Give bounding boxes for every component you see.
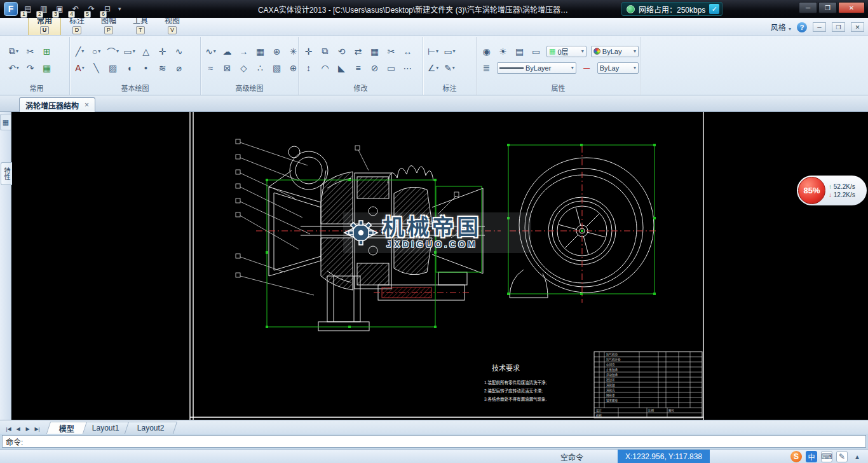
hatch2-icon[interactable]: ▧: [271, 62, 283, 74]
tab-close-icon[interactable]: ×: [85, 100, 89, 109]
stretch-icon[interactable]: ▭: [385, 62, 397, 74]
linewidth-icon[interactable]: ≣: [480, 62, 492, 74]
undo-tool-icon[interactable]: ↶▾: [8, 62, 20, 74]
save-icon[interactable]: ▣3: [54, 3, 65, 15]
doc-minimize-button[interactable]: ─: [813, 22, 826, 32]
cut-icon[interactable]: ✂: [24, 45, 36, 57]
chamfer-icon[interactable]: ◣: [336, 62, 348, 74]
tab-dimension[interactable]: 标注 D: [61, 15, 93, 35]
break-icon[interactable]: ⊘: [369, 62, 381, 74]
center-icon[interactable]: ✛: [156, 45, 168, 57]
ellipse-icon[interactable]: ◖: [123, 62, 135, 74]
line2-icon[interactable]: ╲: [90, 62, 102, 74]
tab-tools[interactable]: 工具 T: [125, 15, 156, 35]
dim-edit-icon[interactable]: ✎▾: [444, 62, 456, 74]
more-icon[interactable]: ⋯: [402, 62, 414, 74]
undo-icon[interactable]: ↶4: [70, 3, 81, 15]
style-dropdown[interactable]: 风格 ▾: [771, 22, 791, 32]
wave-icon[interactable]: ≈: [205, 62, 217, 74]
drawing-canvas[interactable]: 技术要求 1.装配前所有零件用煤油清洗干净; 2.装配后转子应转动灵活无卡滞; …: [11, 112, 868, 420]
document-tab[interactable]: 涡轮增压器结构 ×: [19, 97, 95, 112]
cloud-icon[interactable]: ☁: [221, 45, 233, 57]
copy-icon[interactable]: ⊞: [41, 45, 53, 57]
color-select[interactable]: ByLay ▾: [591, 46, 639, 57]
redo-icon[interactable]: ↷5: [86, 3, 97, 15]
close-button[interactable]: ✕: [838, 2, 865, 13]
equidistant-icon[interactable]: ≋: [156, 62, 168, 74]
last-sheet-icon[interactable]: ▶|: [32, 424, 42, 434]
copy-obj-icon[interactable]: ⧉: [319, 45, 331, 57]
hatch-icon[interactable]: ▨: [107, 62, 119, 74]
linetype-select[interactable]: ByLayer ▾: [497, 62, 576, 74]
sogou-icon[interactable]: S: [790, 451, 802, 462]
polygon-icon[interactable]: △: [140, 45, 152, 57]
circle-icon[interactable]: ○▾: [90, 45, 102, 57]
gear-icon[interactable]: ⊛: [271, 45, 283, 57]
fillet-icon[interactable]: ◠: [319, 62, 331, 74]
print-icon[interactable]: ⊟6: [102, 3, 113, 15]
therefore-icon[interactable]: ∴: [254, 62, 266, 74]
scale-icon[interactable]: ↕: [302, 62, 315, 74]
layer-on-icon[interactable]: ◉: [480, 45, 492, 57]
insert-icon[interactable]: ⊕: [287, 62, 299, 74]
tab-sheet[interactable]: 图幅 P: [93, 15, 125, 35]
dim-color-icon[interactable]: ─: [581, 62, 593, 74]
sheet-tab-model[interactable]: 模型: [46, 422, 87, 434]
array-icon[interactable]: ▦: [369, 45, 381, 57]
offset-icon[interactable]: ≡: [352, 62, 364, 74]
star-icon[interactable]: ✳: [287, 45, 299, 57]
first-sheet-icon[interactable]: |◀: [4, 424, 13, 434]
qat-customize-icon[interactable]: ▾: [118, 6, 121, 12]
netspeed-widget[interactable]: 85% ↑ 52.2K/s ↓ 12.2K/s: [797, 176, 867, 205]
help-icon[interactable]: ?: [797, 22, 807, 32]
grid-snap-icon[interactable]: ▦: [41, 62, 53, 74]
tray-expand-icon[interactable]: ▴: [851, 451, 863, 462]
open-file-icon[interactable]: ▥2: [38, 3, 50, 15]
spline-icon[interactable]: ∿: [173, 45, 185, 57]
arc-icon[interactable]: ⌒▾: [107, 45, 119, 57]
new-file-icon[interactable]: ▤1: [22, 3, 34, 15]
redo-tool-icon[interactable]: ↷: [24, 62, 36, 74]
print-layer-icon[interactable]: ▤: [513, 45, 526, 57]
paste-icon[interactable]: ⧉▾: [8, 45, 20, 57]
ime-language-icon[interactable]: 中: [806, 451, 817, 462]
move-icon[interactable]: ✛: [302, 45, 315, 57]
sheet-tab-layout1[interactable]: Layout1: [79, 422, 132, 434]
trim-icon[interactable]: ✂: [385, 45, 397, 57]
curve-icon[interactable]: ∿▾: [205, 45, 217, 57]
maximize-button[interactable]: ❐: [818, 2, 837, 13]
layer-sun-icon[interactable]: ☀: [497, 45, 509, 57]
rect-icon[interactable]: ▭▾: [123, 45, 135, 57]
rotate-icon[interactable]: ⟲: [336, 45, 348, 57]
network-check-icon[interactable]: ✓: [709, 4, 719, 14]
rhombus-icon[interactable]: ◇: [238, 62, 250, 74]
diameter-icon[interactable]: ⌀: [173, 62, 185, 74]
tab-view[interactable]: 视图 V: [156, 15, 188, 35]
next-sheet-icon[interactable]: ▶: [23, 424, 32, 434]
doc-restore-button[interactable]: ❐: [832, 22, 845, 32]
table-icon[interactable]: ▦: [254, 45, 266, 57]
minimize-button[interactable]: ─: [799, 2, 817, 13]
mirror-icon[interactable]: ⇄: [352, 45, 364, 57]
dim-angle-icon[interactable]: ∠▾: [427, 62, 439, 74]
prev-sheet-icon[interactable]: ◀: [13, 424, 23, 434]
dim-style-select[interactable]: ByLay ▾: [597, 62, 639, 74]
sheet-tab-layout2[interactable]: Layout2: [125, 422, 177, 434]
doc-close-button[interactable]: ✕: [851, 22, 864, 32]
text-icon[interactable]: A▾: [74, 62, 86, 74]
keyboard-icon[interactable]: ⌨: [821, 451, 832, 462]
dim-linear-icon[interactable]: ⊢▾: [427, 45, 439, 57]
line-icon[interactable]: ╱▾: [74, 45, 86, 57]
app-logo-icon[interactable]: F: [4, 2, 18, 16]
command-input[interactable]: 命令:: [2, 435, 866, 448]
side-tab-properties[interactable]: 特性: [1, 162, 12, 185]
block-icon[interactable]: ⊠: [221, 62, 233, 74]
point-icon[interactable]: •: [140, 62, 152, 74]
frame-icon[interactable]: ▭: [530, 45, 542, 57]
dim-style-icon[interactable]: ▭▾: [444, 45, 456, 57]
layer-select[interactable]: ▦ 0层 ▾: [546, 46, 587, 57]
arrow-icon[interactable]: →: [238, 45, 250, 57]
library-panel-icon[interactable]: ▦: [0, 114, 11, 130]
extend-icon[interactable]: ↔: [402, 45, 414, 57]
pen-icon[interactable]: ✎: [836, 451, 848, 462]
